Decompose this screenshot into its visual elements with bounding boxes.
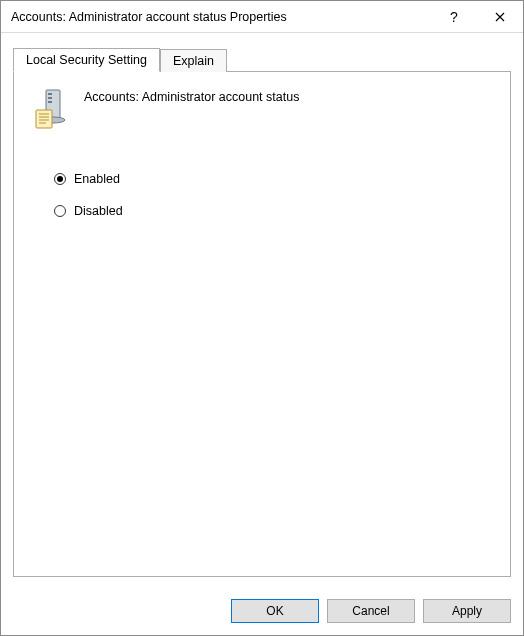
- help-icon: ?: [450, 9, 458, 25]
- radio-icon: [54, 173, 66, 185]
- tab-explain[interactable]: Explain: [160, 49, 227, 72]
- help-button[interactable]: ?: [431, 1, 477, 32]
- dialog-buttons: OK Cancel Apply: [1, 589, 523, 635]
- svg-rect-5: [36, 110, 52, 128]
- properties-dialog: Accounts: Administrator account status P…: [0, 0, 524, 636]
- svg-rect-1: [48, 93, 52, 95]
- apply-button[interactable]: Apply: [423, 599, 511, 623]
- cancel-button[interactable]: Cancel: [327, 599, 415, 623]
- tabstrip: Local Security Setting Explain: [13, 47, 511, 71]
- tab-label: Local Security Setting: [26, 53, 147, 67]
- ok-button[interactable]: OK: [231, 599, 319, 623]
- radio-icon: [54, 205, 66, 217]
- tab-panel: Accounts: Administrator account status E…: [13, 71, 511, 577]
- policy-header: Accounts: Administrator account status: [32, 88, 492, 132]
- titlebar: Accounts: Administrator account status P…: [1, 1, 523, 33]
- svg-rect-3: [48, 101, 52, 103]
- client-area: Local Security Setting Explain: [1, 33, 523, 589]
- policy-name: Accounts: Administrator account status: [84, 88, 299, 104]
- radio-option-enabled[interactable]: Enabled: [54, 172, 492, 186]
- button-label: OK: [266, 604, 283, 618]
- button-label: Apply: [452, 604, 482, 618]
- tab-local-security-setting[interactable]: Local Security Setting: [13, 48, 160, 72]
- radio-option-disabled[interactable]: Disabled: [54, 204, 492, 218]
- radio-label: Disabled: [74, 204, 123, 218]
- close-icon: [495, 9, 505, 25]
- radio-label: Enabled: [74, 172, 120, 186]
- button-label: Cancel: [352, 604, 389, 618]
- close-button[interactable]: [477, 1, 523, 32]
- window-title: Accounts: Administrator account status P…: [11, 10, 431, 24]
- tab-label: Explain: [173, 54, 214, 68]
- svg-rect-2: [48, 97, 52, 99]
- server-policy-icon: [32, 88, 72, 132]
- radio-group: Enabled Disabled: [54, 172, 492, 218]
